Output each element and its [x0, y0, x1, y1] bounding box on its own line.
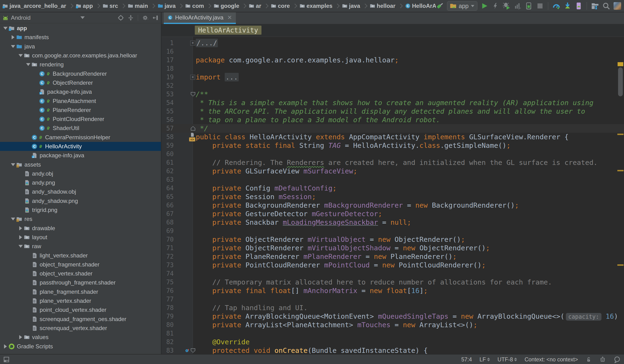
scrollbar-thumb[interactable]: [618, 67, 623, 96]
tree-item-screenquad-fragment-oes-shader[interactable]: screenquad_fragment_oes.shader: [0, 315, 161, 324]
warning-stripe-mark[interactable]: [617, 134, 624, 135]
stop-button[interactable]: [536, 2, 544, 10]
code-line[interactable]: 60: [162, 150, 624, 158]
code-line[interactable]: 16: [162, 47, 624, 56]
profile-button[interactable]: [513, 2, 522, 10]
code-line[interactable]: 77: [162, 295, 624, 304]
tree-item-object-fragment-shader[interactable]: object_fragment.shader: [0, 260, 161, 269]
breadcrumb-current-element[interactable]: HelloArActivity: [195, 26, 261, 35]
code-line[interactable]: 18: [162, 64, 624, 73]
user-avatar[interactable]: [613, 2, 622, 10]
tree-item-package-info-java[interactable]: Jpackage-info.java: [0, 151, 161, 160]
tree-item-manifests[interactable]: manifests: [0, 33, 161, 42]
related-layout-file-icon[interactable]: <>: [189, 132, 195, 141]
tree-item-assets[interactable]: assets: [0, 160, 161, 169]
code-line[interactable]: 19+import ...: [162, 73, 624, 81]
code-line[interactable]: 73 private PointCloudRenderer mPointClou…: [162, 261, 624, 269]
code-line[interactable]: 58<>public class HelloArActivity extends…: [162, 133, 624, 141]
code-line[interactable]: 54 * This is a simple example that shows…: [162, 99, 624, 107]
tree-item-andy-png[interactable]: andy.png: [0, 178, 161, 187]
hide-panel-icon[interactable]: [152, 14, 159, 21]
tree-item-rendering[interactable]: rendering: [0, 60, 161, 69]
code-line[interactable]: 79 private ArrayBlockingQueue<MotionEven…: [162, 312, 624, 321]
code-line[interactable]: 62 private GLSurfaceView mSurfaceView;: [162, 167, 624, 175]
event-bubble-icon[interactable]: [614, 356, 621, 363]
fold-collapse-icon[interactable]: [191, 92, 195, 97]
code-line[interactable]: 57 */: [162, 124, 624, 133]
tree-item-package-info-java[interactable]: Jpackage-info.java: [0, 87, 161, 96]
code-line[interactable]: 53/**: [162, 90, 624, 99]
code-line[interactable]: 59 private static final String TAG = Hel…: [162, 141, 624, 150]
search-everywhere-button[interactable]: [602, 2, 610, 10]
unlock-icon[interactable]: [586, 356, 592, 363]
tree-item-plane-vertex-shader[interactable]: plane_vertex.shader: [0, 296, 161, 305]
warning-stripe-mark[interactable]: [617, 264, 624, 266]
tree-item-objectrenderer[interactable]: CObjectRenderer: [0, 78, 161, 87]
tree-item-andy-shadow-obj[interactable]: andy_shadow.obj: [0, 187, 161, 196]
tree-item-app[interactable]: app: [0, 24, 161, 33]
tab-helloaractivity-java[interactable]: C HelloArActivity.java ✕: [164, 12, 236, 23]
code-line[interactable]: 81: [162, 329, 624, 338]
breadcrumb-item-helloar[interactable]: helloar: [370, 3, 395, 9]
code-line[interactable]: 70 private ObjectRenderer mVirtualObject…: [162, 235, 624, 244]
overriding-method-icon[interactable]: [185, 348, 190, 353]
breadcrumb-item-google[interactable]: google: [213, 3, 239, 9]
inspector-icon[interactable]: [599, 356, 606, 363]
code-line[interactable]: 63: [162, 175, 624, 184]
fold-collapse-icon[interactable]: [191, 348, 195, 353]
code-line[interactable]: 76 private final float[] mAnchorMatrix =…: [162, 286, 624, 295]
breadcrumb-item-main[interactable]: main: [128, 3, 148, 9]
tree-item-trigrid-png[interactable]: trigrid.png: [0, 206, 161, 214]
code-line[interactable]: 67 private GestureDetector mGestureDetec…: [162, 209, 624, 218]
code-line[interactable]: 74: [162, 269, 624, 278]
tree-item-values[interactable]: values: [0, 333, 161, 342]
attach-debugger-button[interactable]: [525, 2, 533, 10]
panel-toggle-icon[interactable]: [3, 356, 10, 363]
code-line[interactable]: 69: [162, 227, 624, 235]
caret-position[interactable]: 57:4: [461, 356, 472, 363]
tree-item-gradle-scripts[interactable]: Gradle Scripts: [0, 342, 161, 351]
profiler-button[interactable]: [552, 2, 561, 10]
code-line[interactable]: 78 // Tap handling and UI.: [162, 304, 624, 312]
code-line[interactable]: 82 @Override: [162, 338, 624, 346]
code-line[interactable]: 61 // Rendering. The Renderers are creat…: [162, 158, 624, 167]
avd-manager-button[interactable]: [574, 2, 583, 10]
tree-item-andy-shadow-png[interactable]: andy_shadow.png: [0, 196, 161, 206]
code-line[interactable]: 72 private PlaneRenderer mPlaneRenderer …: [162, 252, 624, 261]
code-line[interactable]: 64 private Config mDefaultConfig;: [162, 184, 624, 192]
tree-item-point-cloud-vertex-shader[interactable]: point_cloud_vertex.shader: [0, 305, 161, 314]
tree-item-res[interactable]: res: [0, 214, 161, 224]
breadcrumb-item-app[interactable]: app: [76, 3, 93, 9]
code-line[interactable]: 75 // Temporary matrix allocated here to…: [162, 278, 624, 286]
code-line[interactable]: 17package com.google.ar.core.examples.ja…: [162, 56, 624, 64]
tree-item-screenquad-vertex-shader[interactable]: screenquad_vertex.shader: [0, 324, 161, 333]
fold-end-icon[interactable]: [191, 126, 195, 131]
gear-icon[interactable]: [142, 14, 149, 21]
debug-button[interactable]: [502, 2, 511, 10]
context-widget[interactable]: Context: <no context>: [525, 356, 578, 363]
tree-item-raw[interactable]: raw: [0, 242, 161, 251]
warning-stripe-mark[interactable]: [617, 170, 624, 171]
breadcrumb-item-core[interactable]: core: [271, 3, 290, 9]
run-configuration-select[interactable]: app: [447, 1, 477, 11]
code-line[interactable]: 56 * tap on a plane to place a 3d model …: [162, 116, 624, 124]
close-icon[interactable]: ✕: [227, 14, 232, 21]
tree-item-backgroundrenderer[interactable]: CBackgroundRenderer: [0, 69, 161, 78]
collapse-all-icon[interactable]: [128, 14, 134, 21]
code-editor[interactable]: 1+/.../1617package com.google.ar.core.ex…: [162, 37, 624, 354]
chevron-down-icon[interactable]: [80, 16, 85, 19]
tree-item-light-vertex-shader[interactable]: light_vertex.shader: [0, 251, 161, 260]
tree-item-helloaractivity[interactable]: CHelloArActivity: [0, 142, 161, 151]
tree-item-shaderutil[interactable]: CShaderUtil: [0, 124, 161, 133]
tree-item-layout[interactable]: layout: [0, 233, 161, 242]
line-ending-select[interactable]: LF: [479, 356, 490, 363]
code-line[interactable]: 52: [162, 81, 624, 90]
tree-item-planerenderer[interactable]: CPlaneRenderer: [0, 105, 161, 115]
make-project-button[interactable]: [436, 2, 444, 10]
tree-item-drawable[interactable]: drawable: [0, 224, 161, 233]
fold-expand-icon[interactable]: +: [190, 41, 195, 46]
tree-item-com-google-ar-core-examples-java-helloar[interactable]: com.google.ar.core.examples.java.helloar: [0, 51, 161, 60]
project-view-selector[interactable]: Android: [11, 14, 31, 21]
tree-item-planeattachment[interactable]: CPlaneAttachment: [0, 96, 161, 105]
error-stripe[interactable]: [616, 61, 624, 354]
